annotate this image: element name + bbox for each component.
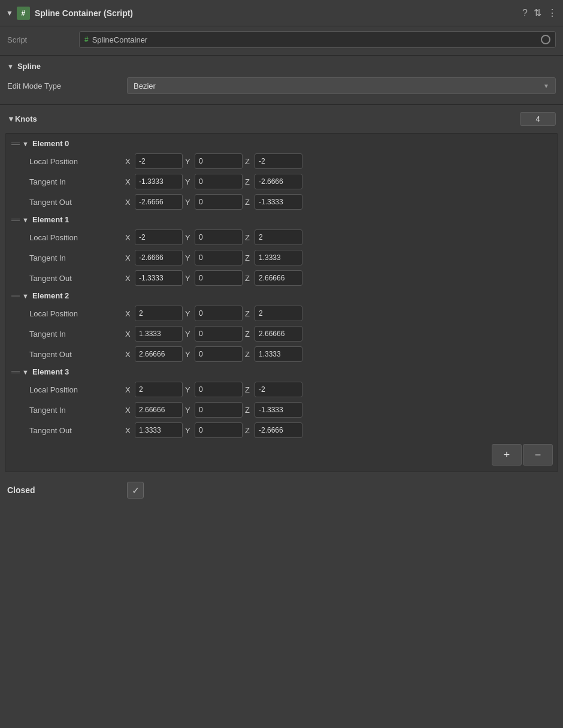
menu-icon[interactable]: ⋮ (547, 7, 557, 19)
y-label: Y (185, 198, 192, 207)
element-3-tin-z[interactable]: -1.3333 (255, 402, 302, 418)
checkmark-icon: ✓ (132, 485, 140, 496)
element-1-tout-y[interactable]: 0 (195, 270, 243, 286)
y-label: Y (185, 274, 192, 283)
element-1-tout-z[interactable]: 2.66666 (255, 270, 302, 286)
elements-container: ▼ Element 0 Local Position X -2 Y 0 Z -2… (5, 133, 558, 472)
spline-collapse-arrow[interactable]: ▼ (7, 63, 14, 70)
element-3-tangent-out-row: Tangent Out X 1.3333 Y 0 Z -2.6666 (5, 420, 558, 440)
element-0-pos-z[interactable]: -2 (255, 153, 302, 169)
element-2-arrow[interactable]: ▼ (22, 292, 29, 300)
element-1-pos-x[interactable]: -2 (135, 229, 183, 245)
element-0-position-fields: X -2 Y 0 Z -2 (125, 153, 552, 169)
spline-section-title: Spline (17, 62, 41, 71)
header-collapse-arrow[interactable]: ▼ (6, 9, 13, 17)
element-3-drag-handle[interactable] (11, 371, 20, 373)
element-0-drag-handle[interactable] (11, 143, 20, 145)
element-2-tout-x[interactable]: 2.66666 (135, 346, 183, 362)
script-target-icon[interactable] (541, 35, 550, 44)
y-label: Y (185, 330, 192, 339)
element-0-tin-x[interactable]: -1.3333 (135, 174, 183, 189)
settings-icon[interactable]: ⇅ (534, 7, 541, 19)
element-1-tin-x[interactable]: -2.6666 (135, 250, 183, 265)
y-label: Y (185, 350, 192, 359)
script-label: Script (7, 35, 79, 44)
element-2-tout-z[interactable]: 1.3333 (255, 346, 302, 362)
element-3-tout-y[interactable]: 0 (195, 422, 243, 438)
spline-container-panel: ▼ # Spline Container (Script) ? ⇅ ⋮ Scri… (0, 0, 563, 506)
z-label: Z (245, 385, 252, 394)
element-0-tangent-in-fields: X -1.3333 Y 0 Z -2.6666 (125, 174, 552, 189)
element-1-title: Element 1 (32, 215, 69, 224)
z-label: Z (245, 253, 252, 262)
panel-header: ▼ # Spline Container (Script) ? ⇅ ⋮ (0, 0, 563, 26)
element-1-tin-z[interactable]: 1.3333 (255, 250, 302, 265)
element-2-title: Element 2 (32, 291, 69, 300)
element-1-pos-y[interactable]: 0 (195, 229, 243, 245)
element-3-tin-x[interactable]: 2.66666 (135, 402, 183, 418)
x-label: X (125, 309, 132, 318)
element-1-drag-handle[interactable] (11, 219, 20, 221)
element-2-drag-handle[interactable] (11, 295, 20, 297)
local-position-label-1: Local Position (29, 233, 125, 242)
script-row: Script # SplineContainer (0, 26, 563, 53)
script-hash-icon: # (84, 35, 89, 44)
element-3-tout-z[interactable]: -2.6666 (255, 422, 302, 438)
element-0-tout-x[interactable]: -2.6666 (135, 194, 183, 210)
element-2-tin-x[interactable]: 1.3333 (135, 326, 183, 342)
element-1-pos-z[interactable]: 2 (255, 229, 302, 245)
element-3-position-fields: X 2 Y 0 Z -2 (125, 382, 552, 397)
element-3-pos-z[interactable]: -2 (255, 382, 302, 397)
element-0-tout-z[interactable]: -1.3333 (255, 194, 302, 210)
knots-section-header: ▼ Knots 4 (0, 107, 563, 131)
knots-count-field[interactable]: 4 (520, 112, 556, 126)
element-2-tin-y[interactable]: 0 (195, 326, 243, 342)
x-label: X (125, 198, 132, 207)
element-0-tin-z[interactable]: -2.6666 (255, 174, 302, 189)
element-0-tangent-out-fields: X -2.6666 Y 0 Z -1.3333 (125, 194, 552, 210)
element-3-arrow[interactable]: ▼ (22, 368, 29, 376)
element-3-tin-y[interactable]: 0 (195, 402, 243, 418)
knots-collapse-arrow[interactable]: ▼ (7, 114, 15, 123)
element-1-tangent-in-fields: X -2.6666 Y 0 Z 1.3333 (125, 250, 552, 265)
script-value-field[interactable]: # SplineContainer (79, 31, 556, 48)
element-3-tout-x[interactable]: 1.3333 (135, 422, 183, 438)
element-3-pos-y[interactable]: 0 (195, 382, 243, 397)
knots-section-title: Knots (15, 114, 37, 123)
edit-mode-dropdown[interactable]: Bezier ▼ (127, 77, 556, 94)
element-0-pos-y[interactable]: 0 (195, 153, 243, 169)
tangent-out-label-2: Tangent Out (29, 350, 125, 359)
header-actions: ? ⇅ ⋮ (522, 7, 557, 19)
element-1-tin-y[interactable]: 0 (195, 250, 243, 265)
spline-section-header[interactable]: ▼ Spline (0, 58, 563, 74)
element-2-tout-y[interactable]: 0 (195, 346, 243, 362)
element-1-tout-x[interactable]: -1.3333 (135, 270, 183, 286)
add-element-button[interactable]: + (492, 444, 522, 466)
element-0-tin-y[interactable]: 0 (195, 174, 243, 189)
element-0-arrow[interactable]: ▼ (22, 140, 29, 147)
separator-2 (0, 104, 563, 105)
element-2-pos-x[interactable]: 2 (135, 306, 183, 321)
remove-element-button[interactable]: − (523, 444, 553, 466)
element-2-tangent-in-row: Tangent In X 1.3333 Y 0 Z 2.66666 (5, 324, 558, 344)
z-label: Z (245, 426, 252, 435)
element-0-tout-y[interactable]: 0 (195, 194, 243, 210)
y-label: Y (185, 253, 192, 262)
element-2-tin-z[interactable]: 2.66666 (255, 326, 302, 342)
element-2-tangent-out-fields: X 2.66666 Y 0 Z 1.3333 (125, 346, 552, 362)
element-2-header: ▼ Element 2 (5, 288, 558, 303)
element-0-pos-x[interactable]: -2 (135, 153, 183, 169)
edit-mode-row: Edit Mode Type Bezier ▼ (0, 74, 563, 97)
element-1-arrow[interactable]: ▼ (22, 216, 29, 223)
element-2-tangent-out-row: Tangent Out X 2.66666 Y 0 Z 1.3333 (5, 344, 558, 364)
help-icon[interactable]: ? (522, 8, 528, 19)
element-3-pos-x[interactable]: 2 (135, 382, 183, 397)
z-label: Z (245, 274, 252, 283)
element-2-pos-y[interactable]: 0 (195, 306, 243, 321)
tangent-out-label-0: Tangent Out (29, 198, 125, 207)
closed-checkbox[interactable]: ✓ (127, 482, 144, 499)
element-2-pos-z[interactable]: 2 (255, 306, 302, 321)
y-label: Y (185, 385, 192, 394)
element-3-header: ▼ Element 3 (5, 364, 558, 379)
spacer-1 (0, 97, 563, 102)
